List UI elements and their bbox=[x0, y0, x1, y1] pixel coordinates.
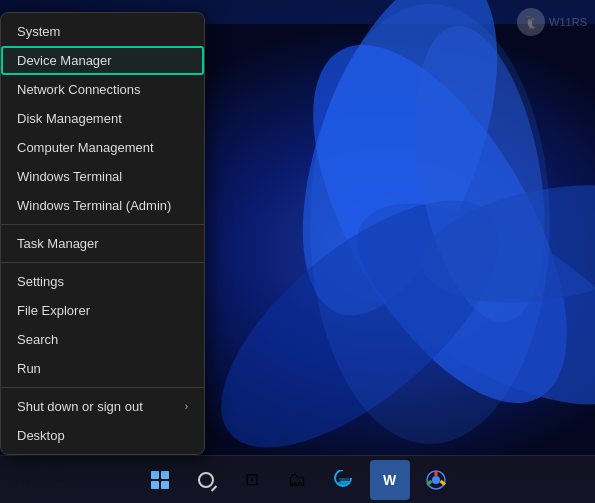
svg-point-9 bbox=[432, 476, 440, 484]
taskbar-taskview-button[interactable]: ⊡ bbox=[232, 460, 272, 500]
taskbar-search-button[interactable] bbox=[186, 460, 226, 500]
menu-item-computer-management[interactable]: Computer Management bbox=[1, 133, 204, 162]
menu-item-label-windows-terminal: Windows Terminal bbox=[17, 169, 122, 184]
start-button[interactable] bbox=[140, 460, 180, 500]
menu-separator bbox=[1, 262, 204, 263]
windows-logo-icon bbox=[151, 471, 169, 489]
menu-item-label-system: System bbox=[17, 24, 60, 39]
menu-item-label-settings: Settings bbox=[17, 274, 64, 289]
menu-item-label-search: Search bbox=[17, 332, 58, 347]
menu-item-device-manager[interactable]: Device Manager bbox=[1, 46, 204, 75]
menu-item-label-network-connections: Network Connections bbox=[17, 82, 141, 97]
menu-item-label-computer-management: Computer Management bbox=[17, 140, 154, 155]
taskbar-fileexplorer-button[interactable]: 🗂 bbox=[278, 460, 318, 500]
folder-icon: 🗂 bbox=[288, 469, 307, 491]
chrome-icon bbox=[426, 470, 446, 490]
menu-item-system[interactable]: System bbox=[1, 17, 204, 46]
menu-item-network-connections[interactable]: Network Connections bbox=[1, 75, 204, 104]
menu-item-windows-terminal[interactable]: Windows Terminal bbox=[1, 162, 204, 191]
taskview-icon: ⊡ bbox=[245, 469, 259, 490]
menu-item-search[interactable]: Search bbox=[1, 325, 204, 354]
edge-icon bbox=[334, 470, 354, 490]
menu-item-label-disk-management: Disk Management bbox=[17, 111, 122, 126]
context-menu: SystemDevice ManagerNetwork ConnectionsD… bbox=[0, 12, 205, 455]
search-icon bbox=[198, 472, 214, 488]
menu-item-windows-terminal-admin[interactable]: Windows Terminal (Admin) bbox=[1, 191, 204, 220]
menu-item-settings[interactable]: Settings bbox=[1, 267, 204, 296]
taskbar-chrome-button[interactable] bbox=[416, 460, 456, 500]
svg-point-7 bbox=[310, 4, 550, 444]
menu-item-disk-management[interactable]: Disk Management bbox=[1, 104, 204, 133]
menu-item-label-desktop: Desktop bbox=[17, 428, 65, 443]
menu-item-shutdown[interactable]: Shut down or sign out› bbox=[1, 392, 204, 421]
watermark-text: W11RS bbox=[549, 16, 587, 28]
watermark: 🐧 W11RS bbox=[517, 8, 587, 36]
menu-item-desktop[interactable]: Desktop bbox=[1, 421, 204, 450]
menu-item-label-shutdown: Shut down or sign out bbox=[17, 399, 143, 414]
menu-item-label-file-explorer: File Explorer bbox=[17, 303, 90, 318]
menu-item-label-windows-terminal-admin: Windows Terminal (Admin) bbox=[17, 198, 171, 213]
menu-item-label-run: Run bbox=[17, 361, 41, 376]
menu-separator bbox=[1, 224, 204, 225]
watermark-logo: 🐧 bbox=[517, 8, 545, 36]
submenu-arrow-icon: › bbox=[185, 401, 188, 412]
menu-item-task-manager[interactable]: Task Manager bbox=[1, 229, 204, 258]
menu-item-file-explorer[interactable]: File Explorer bbox=[1, 296, 204, 325]
word-icon: W bbox=[383, 472, 396, 488]
menu-item-run[interactable]: Run bbox=[1, 354, 204, 383]
taskbar-word-button[interactable]: W bbox=[370, 460, 410, 500]
taskbar-edge-button[interactable] bbox=[324, 460, 364, 500]
menu-separator bbox=[1, 387, 204, 388]
menu-item-label-device-manager: Device Manager bbox=[17, 53, 112, 68]
taskbar: ⊡ 🗂 W bbox=[0, 455, 595, 503]
menu-item-label-task-manager: Task Manager bbox=[17, 236, 99, 251]
